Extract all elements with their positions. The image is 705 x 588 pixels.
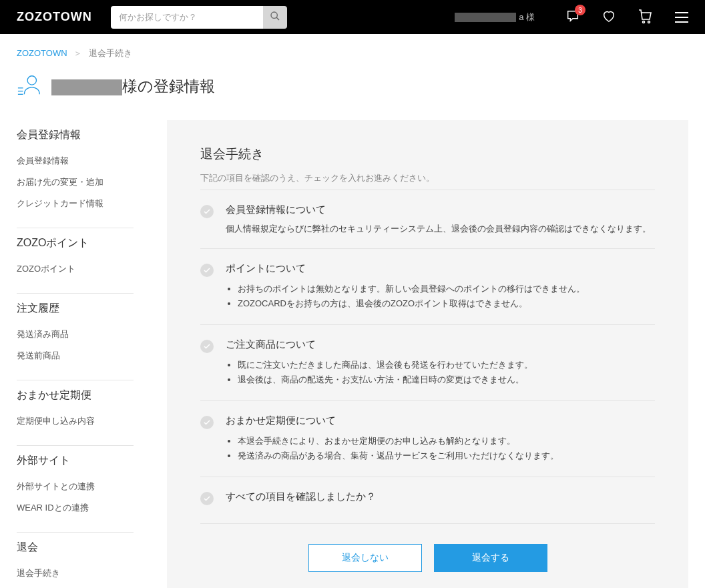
notification-badge: 3 [575, 5, 585, 15]
heart-icon [602, 9, 616, 25]
confirm-item-title: おまかせ定期便について [226, 414, 655, 427]
sidebar-item[interactable]: 発送前商品 [17, 345, 134, 366]
sidebar-item[interactable]: 会員登録情報 [17, 150, 134, 172]
cart-button[interactable] [638, 8, 654, 26]
header-icons: 3 [565, 8, 688, 26]
notifications-button[interactable]: 3 [565, 9, 580, 25]
sidebar-group: 外部サイト外部サイトとの連携WEAR IDとの連携 [17, 446, 134, 533]
confirm-item-bullet: お持ちのポイントは無効となります。新しい会員登録へのポイントの移行はできません。 [238, 282, 655, 296]
confirm-item: 会員登録情報について個人情報規定ならびに弊社のセキュリティーシステム上、退会後の… [200, 190, 655, 248]
main-lead: 下記の項目を確認のうえ、チェックを入れお進みください。 [200, 172, 655, 184]
username-redacted [51, 79, 122, 95]
svg-point-4 [27, 76, 36, 85]
menu-button[interactable] [675, 12, 688, 23]
confirm-item-title: 会員登録情報について [226, 204, 655, 216]
breadcrumb-current: 退会手続き [89, 48, 132, 58]
confirm-item-title: すべての項目を確認しましたか？ [226, 491, 655, 503]
page-title-row: 様の登録情報 [0, 67, 705, 120]
confirm-item: ポイントについてお持ちのポイントは無効となります。新しい会員登録へのポイントの移… [200, 248, 655, 324]
confirm-checkbox[interactable] [200, 205, 214, 218]
sidebar-group: 退会退会手続き [17, 533, 134, 588]
user-greeting[interactable]: a 様 [455, 11, 535, 23]
sidebar: 会員登録情報会員登録情報お届け先の変更・追加クレジットカード情報ZOZOポイント… [17, 120, 134, 588]
sidebar-group: おまかせ定期便定期便申し込み内容 [17, 380, 134, 446]
sidebar-item[interactable]: ZOZOポイント [17, 258, 134, 280]
svg-line-1 [276, 17, 279, 20]
sidebar-item[interactable]: 外部サイトとの連携 [17, 476, 134, 497]
sidebar-group: ZOZOポイントZOZOポイント [17, 228, 134, 294]
confirm-checkbox[interactable] [200, 264, 214, 277]
confirm-item: おまかせ定期便について本退会手続きにより、おまかせ定期便のお申し込みも解約となり… [200, 400, 655, 477]
confirm-item-bullet: ZOZOCARDをお持ちの方は、退会後のZOZOポイント取得はできません。 [238, 296, 655, 311]
sidebar-group: 会員登録情報会員登録情報お届け先の変更・追加クレジットカード情報 [17, 120, 134, 228]
sidebar-heading: 会員登録情報 [17, 128, 134, 142]
confirm-item: すべての項目を確認しましたか？ [200, 477, 655, 524]
favorites-button[interactable] [602, 9, 616, 25]
sidebar-item[interactable]: お届け先の変更・追加 [17, 172, 134, 193]
confirm-item-title: ポイントについて [226, 262, 655, 275]
breadcrumb-root[interactable]: ZOZOTOWN [17, 48, 67, 58]
confirm-checkbox[interactable] [200, 340, 214, 353]
sidebar-heading: おまかせ定期便 [17, 388, 134, 402]
svg-point-2 [643, 21, 645, 23]
menu-icon [675, 12, 688, 23]
cancel-button[interactable]: 退会しない [308, 544, 422, 572]
confirm-checkbox[interactable] [200, 492, 214, 505]
sidebar-item[interactable]: 発送済み商品 [17, 324, 134, 345]
breadcrumb-separator: ＞ [73, 48, 82, 58]
sidebar-item[interactable]: 退会手続き [17, 563, 134, 584]
submit-withdrawal-button[interactable]: 退会する [434, 544, 547, 572]
user-profile-icon [17, 73, 42, 100]
search-icon [270, 11, 280, 23]
sidebar-item[interactable]: クレジットカード情報 [17, 193, 134, 214]
svg-point-0 [271, 12, 277, 18]
breadcrumb: ZOZOTOWN ＞ 退会手続き [0, 34, 705, 67]
svg-point-3 [648, 21, 650, 23]
search-form [111, 6, 287, 29]
confirm-checkbox[interactable] [200, 416, 214, 429]
sidebar-heading: ZOZOポイント [17, 236, 134, 250]
search-input[interactable] [111, 6, 263, 29]
confirm-item-bullet: 退会後は、商品の配送先・お支払い方法・配達日時の変更はできません。 [238, 372, 655, 387]
sidebar-item[interactable]: WEAR IDとの連携 [17, 497, 134, 519]
confirm-item: ご注文商品について既にご注文いただきました商品は、退会後も発送を行わせていただき… [200, 324, 655, 400]
button-row: 退会しない 退会する [200, 544, 655, 572]
sidebar-group: 注文履歴発送済み商品発送前商品 [17, 294, 134, 380]
confirm-item-text: 個人情報規定ならびに弊社のセキュリティーシステム上、退会後の会員登録内容の確認は… [226, 223, 655, 235]
sidebar-heading: 外部サイト [17, 454, 134, 468]
search-button[interactable] [263, 6, 287, 29]
sidebar-heading: 退会 [17, 541, 134, 555]
main-heading: 退会手続き [200, 145, 655, 163]
cart-icon [638, 8, 654, 26]
confirm-item-title: ご注文商品について [226, 338, 655, 351]
confirm-item-bullet: 本退会手続きにより、おまかせ定期便のお申し込みも解約となります。 [238, 434, 655, 449]
global-header: ZOZOTOWN a 様 3 [0, 0, 705, 34]
username-redacted [455, 13, 516, 22]
confirm-item-bullet: 既にご注文いただきました商品は、退会後も発送を行わせていただきます。 [238, 358, 655, 372]
page-title: 様の登録情報 [51, 76, 215, 97]
logo[interactable]: ZOZOTOWN [17, 10, 92, 24]
sidebar-item[interactable]: 定期便申し込み内容 [17, 410, 134, 432]
main-panel: 退会手続き 下記の項目を確認のうえ、チェックを入れお進みください。 会員登録情報… [167, 120, 688, 588]
sidebar-heading: 注文履歴 [17, 302, 134, 316]
confirm-item-bullet: 発送済みの商品がある場合、集荷・返品サービスをご利用いただけなくなります。 [238, 449, 655, 463]
